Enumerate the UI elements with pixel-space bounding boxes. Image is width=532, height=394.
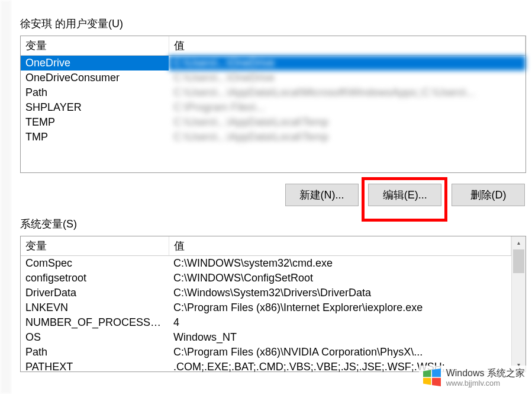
table-row[interactable]: PathC:\Users\...\AppData\Local\Microsoft… bbox=[21, 85, 525, 100]
table-row[interactable]: SHPLAYERC:\Program Files\... bbox=[21, 100, 525, 115]
table-row[interactable]: DriverDataC:\Windows\System32\Drivers\Dr… bbox=[21, 286, 511, 300]
user-buttons-row: 新建(N)... 编辑(E)... 删除(D) bbox=[20, 184, 526, 206]
cell-value: C:\Users\...\OneDrive bbox=[169, 71, 525, 85]
cell-variable: Path bbox=[21, 85, 169, 100]
system-vars-table-container: 变量 值 ComSpecC:\WINDOWS\system32\cmd.exec… bbox=[20, 236, 526, 372]
cell-value: C:\Users\...\AppData\Local\Microsoft\Win… bbox=[169, 85, 525, 100]
cell-variable: TMP bbox=[21, 130, 169, 145]
cell-value: C:\WINDOWS\ConfigSetRoot bbox=[169, 271, 511, 286]
edit-button[interactable]: 编辑(E)... bbox=[368, 184, 441, 206]
cell-value: C:\Users\...\AppData\Local\Temp bbox=[169, 130, 525, 145]
table-header-row: 变量 值 bbox=[21, 36, 525, 56]
cell-value: 4 bbox=[169, 315, 511, 330]
table-row[interactable]: TEMPC:\Users\...\AppData\Local\Temp bbox=[21, 115, 525, 130]
svg-marker-2 bbox=[423, 378, 431, 385]
cell-variable: configsetroot bbox=[21, 271, 169, 286]
cell-value: C:\Windows\System32\Drivers\DriverData bbox=[169, 286, 511, 300]
cell-variable: OS bbox=[21, 330, 169, 345]
svg-marker-0 bbox=[423, 370, 431, 377]
table-row[interactable]: OneDriveConsumerC:\Users\...\OneDrive bbox=[21, 71, 525, 85]
cell-variable: ComSpec bbox=[21, 256, 169, 271]
new-button[interactable]: 新建(N)... bbox=[285, 184, 359, 206]
cell-variable: OneDriveConsumer bbox=[21, 71, 169, 85]
delete-button[interactable]: 删除(D) bbox=[452, 184, 525, 206]
left-edge-blur bbox=[0, 0, 12, 394]
watermark-url: www.bjjmlv.com bbox=[446, 379, 525, 388]
cell-variable: LNKEVN bbox=[21, 300, 169, 315]
svg-marker-3 bbox=[432, 378, 441, 386]
watermark-text: Windows 系统之家 www.bjjmlv.com bbox=[446, 367, 525, 388]
cell-value: C:\Users\...\OneDrive bbox=[169, 56, 525, 71]
watermark-brand: Windows 系统之家 bbox=[446, 367, 525, 379]
cell-variable: DriverData bbox=[21, 286, 169, 300]
column-header-variable[interactable]: 变量 bbox=[21, 36, 169, 56]
table-row[interactable]: configsetrootC:\WINDOWS\ConfigSetRoot bbox=[21, 271, 511, 286]
windows-logo-icon bbox=[421, 367, 443, 388]
table-row[interactable]: NUMBER_OF_PROCESSORS4 bbox=[21, 315, 511, 330]
table-row[interactable]: OSWindows_NT bbox=[21, 330, 511, 345]
column-header-variable[interactable]: 变量 bbox=[21, 236, 169, 256]
table-row[interactable]: ComSpecC:\WINDOWS\system32\cmd.exe bbox=[21, 256, 511, 271]
column-header-value[interactable]: 值 bbox=[169, 36, 525, 56]
cell-value: C:\Program Files (x86)\Internet Explorer… bbox=[169, 300, 511, 315]
scroll-up-icon[interactable]: ▴ bbox=[512, 236, 525, 249]
scroll-thumb[interactable] bbox=[513, 249, 524, 273]
cell-value: C:\Program Files (x86)\NVIDIA Corporatio… bbox=[169, 345, 511, 360]
cell-variable: PATHEXT bbox=[21, 360, 169, 374]
system-vars-table[interactable]: 变量 值 ComSpecC:\WINDOWS\system32\cmd.exec… bbox=[21, 236, 511, 374]
table-header-row: 变量 值 bbox=[21, 236, 511, 256]
env-vars-dialog: 徐安琪 的用户变量(U) 变量 值 OneDriveC:\Users\...\O… bbox=[12, 0, 532, 394]
table-row[interactable]: LNKEVNC:\Program Files (x86)\Internet Ex… bbox=[21, 300, 511, 315]
user-vars-table[interactable]: 变量 值 OneDriveC:\Users\...\OneDriveOneDri… bbox=[21, 36, 525, 145]
system-vars-label: 系统变量(S) bbox=[20, 217, 526, 231]
cell-variable: Path bbox=[21, 345, 169, 360]
table-row[interactable]: TMPC:\Users\...\AppData\Local\Temp bbox=[21, 130, 525, 145]
scrollbar[interactable]: ▴ ▾ bbox=[511, 236, 525, 371]
cell-variable: SHPLAYER bbox=[21, 100, 169, 115]
cell-value: Windows_NT bbox=[169, 330, 511, 345]
cell-value: C:\WINDOWS\system32\cmd.exe bbox=[169, 256, 511, 271]
cell-value: C:\Program Files\... bbox=[169, 100, 525, 115]
table-row[interactable]: OneDriveC:\Users\...\OneDrive bbox=[21, 56, 525, 71]
table-row[interactable]: PathC:\Program Files (x86)\NVIDIA Corpor… bbox=[21, 345, 511, 360]
user-vars-label: 徐安琪 的用户变量(U) bbox=[20, 17, 526, 31]
cell-value: C:\Users\...\AppData\Local\Temp bbox=[169, 115, 525, 130]
cell-variable: OneDrive bbox=[21, 56, 169, 71]
svg-marker-1 bbox=[432, 369, 441, 377]
user-vars-table-container: 变量 值 OneDriveC:\Users\...\OneDriveOneDri… bbox=[20, 36, 526, 173]
cell-variable: TEMP bbox=[21, 115, 169, 130]
column-header-value[interactable]: 值 bbox=[169, 236, 511, 256]
watermark: Windows 系统之家 www.bjjmlv.com bbox=[419, 366, 527, 389]
cell-variable: NUMBER_OF_PROCESSORS bbox=[21, 315, 169, 330]
